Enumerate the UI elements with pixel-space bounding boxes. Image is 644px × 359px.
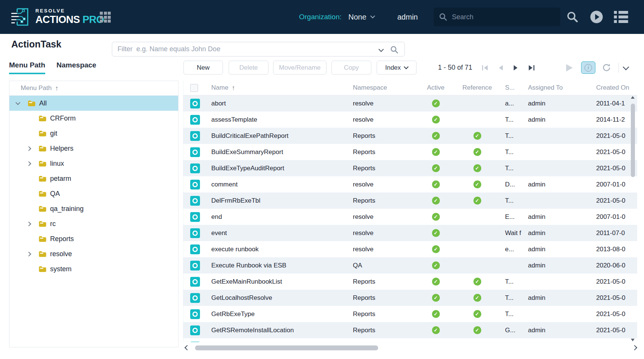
table-row[interactable]: assessTemplate resolve T... admin 2014-1… [183, 112, 637, 128]
move-rename-button[interactable]: Move/Rename [273, 61, 327, 75]
folder-icon [38, 176, 47, 182]
search-input[interactable] [452, 13, 555, 21]
info-icon [584, 64, 592, 72]
vertical-scrollbar[interactable] [630, 95, 636, 342]
tree-item[interactable]: petarm [9, 171, 178, 186]
table-row[interactable]: GetRSRemoteInstallLocation Reports G... … [183, 322, 637, 338]
cell-namespace: resolve [353, 100, 417, 107]
tree-item[interactable]: system [9, 261, 178, 277]
cell-name: GetLocalhostResolve [206, 294, 353, 302]
table-row[interactable]: GetExeMainRunbookList Reports T... 2021-… [183, 273, 637, 290]
cell-namespace: Reports [353, 197, 417, 205]
filter-search-icon[interactable] [390, 45, 399, 54]
table-row[interactable]: BuildExeSummaryReport Reports T... 2021-… [183, 144, 637, 160]
table-row[interactable]: DelFrmRbExeTbl Reports T... 2021-05-0 [183, 192, 637, 209]
more-chevron-down-icon[interactable] [623, 64, 629, 70]
column-header-summary[interactable]: S... [500, 84, 522, 92]
tree-sort-header[interactable]: Menu Path ↑ [9, 81, 178, 96]
index-dropdown-button[interactable]: Index [377, 61, 417, 75]
copy-button[interactable]: Copy [331, 61, 371, 75]
table-row[interactable]: Execute Runbook via ESB QA admin 2020-06… [183, 257, 637, 273]
actiontask-icon [190, 228, 200, 238]
table-row[interactable]: githubInstallList resolve C... admin 201… [183, 338, 637, 342]
filter-input[interactable] [112, 42, 405, 57]
actiontask-icon [190, 244, 200, 254]
previous-page-icon[interactable] [498, 65, 503, 71]
toolbar-divider [618, 63, 619, 73]
table-row[interactable]: comment resolve D... admin 2007-01-0 [183, 176, 637, 192]
vertical-scroll-thumb[interactable] [631, 104, 635, 177]
select-all-checkbox[interactable] [190, 84, 198, 92]
tree-item[interactable]: CRForm [9, 111, 178, 126]
delete-button[interactable]: Delete [229, 61, 269, 75]
tab-menu-path[interactable]: Menu Path [9, 61, 45, 74]
new-button[interactable]: New [183, 61, 223, 75]
tree-item[interactable]: resolve [9, 246, 178, 261]
pagination-range: 1 - 50 of 71 [438, 61, 472, 75]
refresh-icon[interactable] [601, 61, 612, 75]
tree-item[interactable]: Reports [9, 231, 178, 246]
tree-item-label: All [39, 99, 47, 107]
first-page-icon[interactable] [482, 65, 488, 71]
table-row[interactable]: end resolve E... admin 2007-01-0 [183, 209, 637, 225]
tab-namespace[interactable]: Namespace [56, 61, 96, 74]
tree-item[interactable]: qa_training [9, 201, 178, 216]
scroll-down-icon[interactable] [631, 339, 635, 341]
execute-icon[interactable] [565, 61, 574, 75]
cell-name: GetRbExeType [206, 310, 353, 318]
tree-item[interactable]: linux [9, 156, 178, 171]
tree-chevron-icon[interactable] [26, 161, 31, 166]
column-header-created-on[interactable]: Created On [590, 84, 637, 92]
tree-chevron-icon[interactable] [26, 146, 31, 151]
horizontal-scrollbar[interactable] [183, 345, 637, 351]
folder-icon [38, 251, 47, 257]
tree-item[interactable]: git [9, 126, 178, 141]
actiontask-icon [190, 163, 200, 173]
scroll-up-icon[interactable] [631, 96, 635, 99]
column-header-name[interactable]: Name ↑ [206, 84, 353, 92]
reference-check-icon [473, 278, 481, 286]
horizontal-scroll-thumb[interactable] [195, 345, 378, 350]
active-check-icon [432, 278, 440, 286]
table-row[interactable]: GetLocalhostResolve Reports T... admin 2… [183, 290, 637, 306]
resolve-logo-icon[interactable] [11, 6, 32, 28]
run-console-icon[interactable] [590, 0, 603, 34]
list-menu-icon[interactable] [614, 0, 628, 34]
table-row[interactable]: GetRbExeType Reports T... 2021-05-0 [183, 306, 637, 322]
cell-assigned-to: admin [522, 262, 590, 269]
table-row[interactable]: abort resolve a... admin 2011-04-1 [183, 95, 637, 112]
scroll-right-icon[interactable] [632, 345, 637, 350]
column-header-reference[interactable]: Reference [455, 84, 500, 92]
view-tabs: Menu Path Namespace [9, 61, 96, 74]
tree-chevron-icon[interactable] [15, 100, 20, 105]
cell-namespace: Reports [353, 148, 417, 156]
cell-assigned-to: admin [522, 246, 590, 253]
table-row[interactable]: event resolve Wait f admin 2011-07-0 [183, 225, 637, 241]
tree-item[interactable]: rc [9, 216, 178, 231]
folder-icon [38, 236, 47, 242]
column-header-assigned-to[interactable]: Assigned To [522, 84, 590, 92]
table-row[interactable]: BuildExeTypeAuditReport Reports T... 202… [183, 160, 637, 176]
tree-item[interactable]: All [9, 96, 178, 111]
active-check-icon [432, 148, 440, 156]
filter-bar [112, 42, 405, 57]
actiontask-icon [190, 325, 200, 335]
global-search-icon[interactable] [566, 0, 579, 34]
apps-grid-icon[interactable] [100, 12, 111, 23]
scroll-left-icon[interactable] [185, 345, 190, 350]
cell-name: GetRSRemoteInstallLocation [206, 327, 353, 334]
tree-item[interactable]: Helpers [9, 141, 178, 156]
info-button[interactable] [581, 61, 595, 74]
organization-dropdown[interactable]: Organization: None [299, 0, 374, 34]
user-menu[interactable]: admin [397, 0, 418, 34]
tree-item-label: linux [50, 160, 64, 168]
tree-item[interactable]: QA [9, 186, 178, 201]
tree-chevron-icon[interactable] [26, 222, 31, 226]
table-row[interactable]: execute runbook resolve e... admin 2013-… [183, 241, 637, 257]
column-header-active[interactable]: Active [417, 84, 455, 92]
table-row[interactable]: BuildCriticalExePathReport Reports T... … [183, 128, 637, 144]
next-page-icon[interactable] [513, 65, 518, 71]
column-header-namespace[interactable]: Namespace [353, 84, 417, 92]
last-page-icon[interactable] [528, 65, 535, 71]
tree-chevron-icon[interactable] [26, 252, 31, 257]
